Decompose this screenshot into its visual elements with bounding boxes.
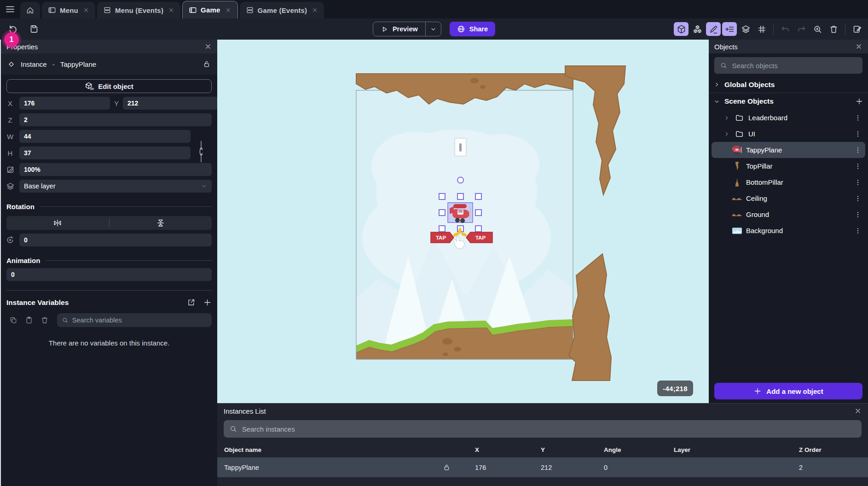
- flip-buttons: [6, 216, 212, 230]
- edit-scene-properties-button[interactable]: [850, 22, 864, 36]
- object-item-background[interactable]: Background: [712, 223, 865, 239]
- grid-button[interactable]: [754, 22, 769, 36]
- instance-properties-button[interactable]: [722, 22, 737, 36]
- y-field[interactable]: [123, 97, 222, 110]
- layers-icon: [1, 182, 19, 191]
- object-folder-ui[interactable]: UI: [712, 126, 865, 142]
- scene-canvas[interactable]: TAP TAP -44;218: [217, 40, 709, 403]
- tab-label: Game: [201, 6, 220, 14]
- close-tab-icon[interactable]: [168, 7, 174, 13]
- width-field[interactable]: [19, 130, 191, 143]
- object-menu-icon[interactable]: [854, 227, 862, 234]
- x-label: X: [1, 100, 19, 107]
- toggle-3d-view-button[interactable]: [674, 22, 689, 36]
- instance-variables-title: Instance Variables: [6, 299, 69, 307]
- layer-select[interactable]: Base layer: [19, 180, 212, 193]
- open-variables-editor-button[interactable]: [187, 298, 196, 307]
- instance-name: TappyPlane: [224, 464, 443, 471]
- zoom-button[interactable]: [810, 22, 825, 36]
- instance-row-tappyplane[interactable]: TappyPlane 176 212 0 2: [217, 457, 868, 477]
- object-menu-icon[interactable]: [854, 211, 862, 218]
- events-icon: [103, 6, 111, 14]
- object-label: Leaderboard: [748, 114, 787, 122]
- objects-panel-button[interactable]: [690, 22, 705, 36]
- link-dimensions-toggle[interactable]: [191, 130, 212, 143]
- object-folder-leaderboard[interactable]: Leaderboard: [712, 110, 865, 126]
- redo-button[interactable]: [794, 22, 809, 36]
- variables-search-input[interactable]: [72, 316, 207, 324]
- object-menu-icon[interactable]: [854, 195, 862, 202]
- close-properties-icon[interactable]: [204, 43, 212, 50]
- preview-button[interactable]: Preview: [373, 22, 425, 36]
- objects-search-input[interactable]: [732, 62, 857, 70]
- object-menu-icon[interactable]: [854, 179, 862, 186]
- instances-search: [224, 420, 862, 438]
- pillar-down-icon: [732, 161, 742, 171]
- delete-variable-button[interactable]: [38, 316, 52, 324]
- preview-options-button[interactable]: [425, 22, 441, 36]
- add-new-object-button[interactable]: Add a new object: [714, 383, 862, 399]
- z-field[interactable]: [19, 113, 212, 126]
- chevron-down-icon: [430, 26, 437, 33]
- close-tab-icon[interactable]: [312, 7, 318, 13]
- tappyplane-instance[interactable]: [448, 203, 473, 223]
- undo-icon: [781, 24, 790, 34]
- save-project-button[interactable]: [27, 22, 41, 36]
- close-tab-icon[interactable]: [83, 7, 89, 13]
- object-label: Background: [746, 227, 783, 234]
- object-item-ground[interactable]: Ground: [712, 206, 865, 223]
- edit-mode-button[interactable]: [706, 22, 721, 36]
- object-item-tappyplane[interactable]: TappyPlane: [712, 142, 865, 158]
- instances-search-input[interactable]: [242, 425, 856, 433]
- folder-icon: [734, 113, 744, 122]
- tab-home[interactable]: [20, 2, 40, 18]
- tab-game-scene[interactable]: Game: [182, 1, 238, 18]
- add-variable-button[interactable]: [203, 298, 212, 307]
- object-label: Ground: [746, 211, 769, 218]
- scene-render: TAP TAP: [217, 40, 709, 403]
- flip-horizontal-button[interactable]: [6, 218, 109, 228]
- layers-panel-button[interactable]: [738, 22, 753, 36]
- edit-note-icon: [852, 24, 862, 34]
- object-label: Ceiling: [746, 194, 767, 202]
- paste-variable-button[interactable]: [22, 316, 36, 324]
- tap-right-button: TAP: [466, 232, 492, 243]
- object-item-toppillar[interactable]: TopPillar: [712, 158, 865, 174]
- tab-menu-scene[interactable]: Menu: [42, 2, 95, 18]
- search-icon: [229, 425, 237, 433]
- object-menu-icon[interactable]: [854, 146, 862, 154]
- add-object-icon-button[interactable]: [855, 97, 863, 105]
- hamburger-icon: [6, 7, 14, 12]
- tab-game-events[interactable]: Game (Events): [240, 2, 324, 18]
- animation-field[interactable]: [6, 268, 212, 281]
- column-y: Y: [541, 446, 604, 453]
- height-field[interactable]: [19, 146, 191, 159]
- global-objects-group[interactable]: Global Objects: [709, 76, 868, 93]
- x-field[interactable]: [19, 97, 110, 110]
- tab-menu-events[interactable]: Menu (Events): [97, 2, 180, 18]
- flip-vertical-button[interactable]: [110, 218, 212, 228]
- delete-button[interactable]: [826, 22, 841, 36]
- main-menu-button[interactable]: [0, 0, 20, 18]
- tab-bar: Menu Menu (Events) Game Game (Events): [0, 0, 868, 18]
- object-item-bottompillar[interactable]: BottomPillar: [712, 174, 865, 190]
- scene-objects-group[interactable]: Scene Objects: [709, 93, 868, 110]
- layers-icon: [741, 24, 751, 34]
- share-button[interactable]: Share: [450, 22, 495, 36]
- save-icon: [29, 24, 39, 34]
- object-item-ceiling[interactable]: Ceiling: [712, 190, 865, 206]
- object-menu-icon[interactable]: [854, 130, 862, 138]
- rotation-field[interactable]: [19, 234, 212, 246]
- row-lock-button[interactable]: [443, 463, 475, 471]
- close-tab-icon[interactable]: [225, 7, 231, 13]
- lock-instance-button[interactable]: [203, 60, 211, 68]
- instance-type-label: Instance: [21, 60, 47, 68]
- opacity-field[interactable]: [19, 163, 212, 176]
- close-instances-icon[interactable]: [854, 407, 862, 415]
- copy-variable-button[interactable]: [6, 316, 20, 324]
- object-menu-icon[interactable]: [854, 163, 862, 170]
- object-menu-icon[interactable]: [854, 114, 862, 122]
- close-objects-icon[interactable]: [855, 43, 862, 50]
- undo-button[interactable]: [778, 22, 793, 36]
- edit-object-button[interactable]: Edit object: [6, 79, 212, 93]
